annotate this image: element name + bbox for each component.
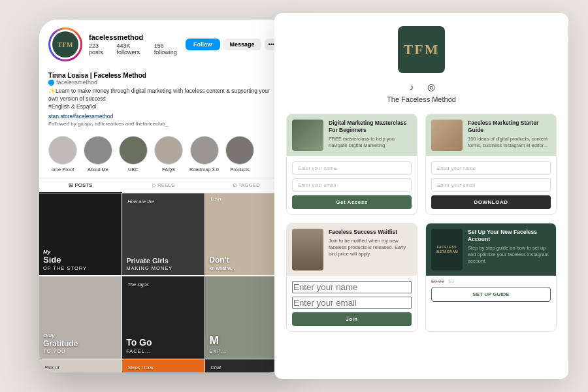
product-info-1: Faceless Marketing Starter Guide 100 ide… <box>468 120 551 149</box>
products-grid: Digital Marketing Masterclass For Beginn… <box>286 114 557 215</box>
ig-tabs: ⊞ POSTS ▷ REELS ⊙ TAGGED <box>39 178 287 193</box>
ig-followed-by: Followed by giuspr, aditcreatives and th… <box>48 121 278 127</box>
setup-price-original: $9.99 <box>431 278 444 284</box>
panel-brand-name: The Faceless Method <box>387 95 456 103</box>
product-card-header-1: Faceless Marketing Starter Guide 100 ide… <box>426 114 556 156</box>
grid-cell-toptext-7: Steps I took <box>127 365 199 371</box>
phone-mockup: TFM facelessmethod 223 posts 443K follow… <box>39 20 287 372</box>
ig-stat-following: 156 following <box>154 42 179 56</box>
instagram-icon[interactable]: ◎ <box>425 81 437 93</box>
grid-cell-toptext-1: How are the <box>127 199 199 205</box>
panel-tfm-text: TFM <box>404 41 440 58</box>
setup-thumb: FACELESSINSTAGRAM <box>431 229 463 270</box>
waitlist-email-input[interactable] <box>292 297 412 309</box>
ig-stat-followers: 443K followers <box>117 42 145 56</box>
waitlist-header: Faceless Success Waitlist Join to be not… <box>287 223 417 276</box>
ig-stats: 223 posts 443K followers 156 following <box>89 42 179 56</box>
product-1-btn[interactable]: DOWNLOAD <box>431 195 551 209</box>
follow-button[interactable]: Follow <box>186 39 220 50</box>
highlight-3[interactable]: FAQS <box>154 136 183 172</box>
profile-avatar-logo: TFM <box>52 31 78 57</box>
ig-header: TFM facelessmethod 223 posts 443K follow… <box>39 20 287 72</box>
ig-buttons: Follow Message ••• <box>186 39 278 50</box>
grid-cell-text-4: To Go FACEL... <box>126 337 201 354</box>
tab-posts[interactable]: ⊞ POSTS <box>39 178 122 193</box>
highlight-circle-1 <box>84 136 112 165</box>
message-button[interactable]: Message <box>223 39 261 50</box>
setup-price: $9.99 $3 <box>426 278 556 284</box>
highlight-label-2: UBC <box>128 167 139 172</box>
grid-cell-1[interactable]: How are the Private Girls MAKING MONEY <box>122 193 204 276</box>
product-0-name-input[interactable] <box>292 161 412 175</box>
highlight-label-3: FAQS <box>162 167 175 172</box>
grid-cell-toptext-8: Chat <box>210 365 282 371</box>
grid-cell-text-3: Only Gratitude TO YOU <box>43 333 118 355</box>
setup-info: Set Up Your New Faceless Account Step by… <box>468 229 551 264</box>
highlight-circle-5 <box>225 136 254 165</box>
product-1-email-input[interactable] <box>431 178 551 192</box>
ig-fullname: Tinna Loaisa | Faceless Method <box>48 72 278 79</box>
tab-reels[interactable]: ▷ REELS <box>122 178 205 193</box>
setup-card: FACELESSINSTAGRAM Set Up Your New Facele… <box>425 223 557 332</box>
waitlist-form: Join <box>287 276 417 331</box>
verified-icon <box>48 80 54 86</box>
highlight-2[interactable]: UBC <box>119 136 148 172</box>
product-desc-0: FREE masterclass to help you navigate Di… <box>329 136 412 149</box>
product-card-header-0: Digital Marketing Masterclass For Beginn… <box>287 114 417 156</box>
product-card-1: Faceless Marketing Starter Guide 100 ide… <box>425 114 557 215</box>
waitlist-name-input[interactable] <box>292 281 412 293</box>
highlight-5[interactable]: Products <box>225 136 254 172</box>
highlight-1[interactable]: About Me <box>84 136 112 172</box>
waitlist-thumb <box>292 229 323 270</box>
waitlist-info: Faceless Success Waitlist Join to be not… <box>329 229 412 257</box>
ig-username: facelessmethod <box>89 33 179 41</box>
highlight-circle-2 <box>119 136 148 165</box>
product-form-0: Get Access <box>287 156 417 214</box>
product-0-btn[interactable]: Get Access <box>292 195 412 209</box>
ig-stat-posts: 223 posts <box>89 42 108 56</box>
product-title-1: Faceless Marketing Starter Guide <box>468 120 551 134</box>
highlight-label-4: Roadmap 3.0 <box>189 167 219 172</box>
highlight-0[interactable]: ome Proof <box>48 136 77 172</box>
product-card-0: Digital Marketing Masterclass For Beginn… <box>286 114 417 215</box>
ig-highlights: ome Proof About Me UBC FAQS Roadmap 3.0 … <box>39 131 287 178</box>
setup-header: FACELESSINSTAGRAM Set Up Your New Facele… <box>426 223 556 276</box>
ig-avatar: TFM <box>48 27 82 61</box>
grid-cell-3[interactable]: Only Gratitude TO YOU <box>39 276 122 359</box>
panel-tfm-logo: TFM <box>398 26 445 73</box>
highlight-circle-4 <box>190 136 219 165</box>
product-1-name-input[interactable] <box>431 161 551 175</box>
setup-thumb-text: FACELESSINSTAGRAM <box>436 245 458 254</box>
setup-title: Set Up Your New Faceless Account <box>468 229 551 243</box>
waitlist-card: Faceless Success Waitlist Join to be not… <box>286 223 417 332</box>
highlight-4[interactable]: Roadmap 3.0 <box>189 136 219 172</box>
product-0-email-input[interactable] <box>292 178 412 192</box>
grid-cell-text-5: M EXP... <box>209 334 284 354</box>
waitlist-title: Faceless Success Waitlist <box>329 229 412 236</box>
panel-social-icons: ♪ ◎ <box>406 81 437 93</box>
grid-cell-7[interactable]: Steps I took To Grow MY ACCOUNT <box>122 359 204 372</box>
product-desc-1: 100 ideas of digital products, content f… <box>468 136 551 149</box>
ig-bio-text: ✨Learn to make money through digital mar… <box>48 88 278 111</box>
right-panel: TFM ♪ ◎ The Faceless Method Digital Mark… <box>274 13 568 379</box>
grid-cell-text-2: Don't kn what w... <box>209 255 284 271</box>
ig-grid: My Side OF THE STORY How are the Private… <box>39 193 287 372</box>
tiktok-icon[interactable]: ♪ <box>406 81 417 93</box>
waitlist-desc: Join to be notified when my new faceless… <box>329 238 412 257</box>
highlight-circle-3 <box>154 136 183 165</box>
grid-cell-text-1: Private Girls MAKING MONEY <box>126 257 201 272</box>
setup-desc: Step by step guide on how to set up and … <box>468 245 551 264</box>
grid-cell-toptext-4: The signs <box>127 282 199 288</box>
ig-link[interactable]: stan.store/facelessmethod <box>48 113 278 120</box>
ig-bio: Tinna Loaisa | Faceless Method facelessm… <box>39 72 287 131</box>
grid-cell-6[interactable]: Pick of Instagram <box>39 359 122 372</box>
setup-price-sale: $3 <box>448 278 454 284</box>
grid-cell-toptext-2: Usin <box>210 196 282 203</box>
setup-guide-btn[interactable]: SET UP GUIDE <box>431 287 551 302</box>
ig-profile-top: TFM facelessmethod 223 posts 443K follow… <box>48 27 278 61</box>
highlight-label-5: Products <box>230 167 250 172</box>
waitlist-join-btn[interactable]: Join <box>292 312 412 326</box>
ig-handle: facelessmethod <box>48 79 278 86</box>
grid-cell-4[interactable]: The signs To Go FACEL... <box>122 276 204 359</box>
grid-cell-0[interactable]: My Side OF THE STORY <box>39 193 122 276</box>
